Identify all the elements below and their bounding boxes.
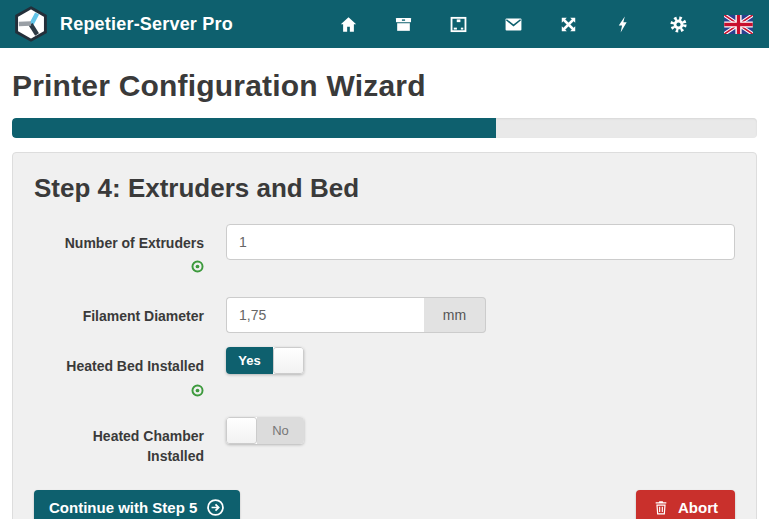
filament-row: Filament Diameter mm (34, 297, 735, 333)
language-uk-flag-icon[interactable] (724, 15, 753, 34)
filament-input[interactable] (226, 297, 424, 333)
settings-gear-icon[interactable] (669, 15, 688, 34)
continue-button[interactable]: Continue with Step 5 (34, 490, 240, 519)
wizard-step-card: Step 4: Extruders and Bed Number of Extr… (12, 152, 757, 519)
top-navbar: Repetier-Server Pro (0, 0, 769, 48)
expand-arrows-icon[interactable] (559, 15, 578, 34)
changed-setting-indicator-icon (191, 260, 204, 273)
envelope-icon[interactable] (504, 15, 523, 34)
heated-chamber-label: Heated Chamber Installed (34, 426, 204, 467)
wizard-footer: Continue with Step 5 Abort (34, 490, 735, 519)
toggle-off-label: No (257, 417, 304, 444)
brand-title: Repetier-Server Pro (60, 14, 233, 35)
wizard-progress-bar (12, 118, 757, 138)
lightning-bolt-icon[interactable] (614, 15, 633, 34)
heated-bed-toggle[interactable]: Yes (226, 347, 304, 374)
trash-icon (653, 499, 669, 516)
brand[interactable]: Repetier-Server Pro (13, 6, 233, 42)
filament-label: Filament Diameter (83, 306, 204, 326)
extruders-input[interactable] (226, 224, 735, 260)
page-title: Printer Configuration Wizard (12, 69, 757, 103)
navbar-icons (339, 15, 753, 34)
abort-button-label: Abort (678, 499, 718, 516)
heated-chamber-toggle[interactable]: No (226, 417, 304, 444)
changed-setting-indicator-icon (191, 384, 204, 397)
abort-button[interactable]: Abort (636, 490, 735, 519)
main-content: Printer Configuration Wizard Step 4: Ext… (0, 69, 769, 519)
heated-bed-label: Heated Bed Installed (66, 356, 204, 376)
step-title: Step 4: Extruders and Bed (34, 173, 735, 204)
continue-button-label: Continue with Step 5 (49, 499, 197, 516)
app-logo-icon (13, 6, 49, 42)
filament-input-group: mm (226, 297, 486, 333)
extruders-row: Number of Extruders (34, 224, 735, 273)
printer-icon[interactable] (449, 15, 468, 34)
extruders-label: Number of Extruders (65, 233, 204, 253)
toggle-knob (273, 347, 304, 374)
toggle-knob (226, 417, 257, 444)
arrow-circle-right-icon (206, 498, 225, 517)
progress-fill (12, 118, 496, 138)
archive-box-icon[interactable] (394, 15, 413, 34)
heated-chamber-row: Heated Chamber Installed No (34, 417, 735, 467)
unit-addon: mm (424, 297, 486, 333)
home-icon[interactable] (339, 15, 358, 34)
toggle-on-label: Yes (226, 347, 273, 374)
heated-bed-row: Heated Bed Installed Yes (34, 347, 735, 396)
